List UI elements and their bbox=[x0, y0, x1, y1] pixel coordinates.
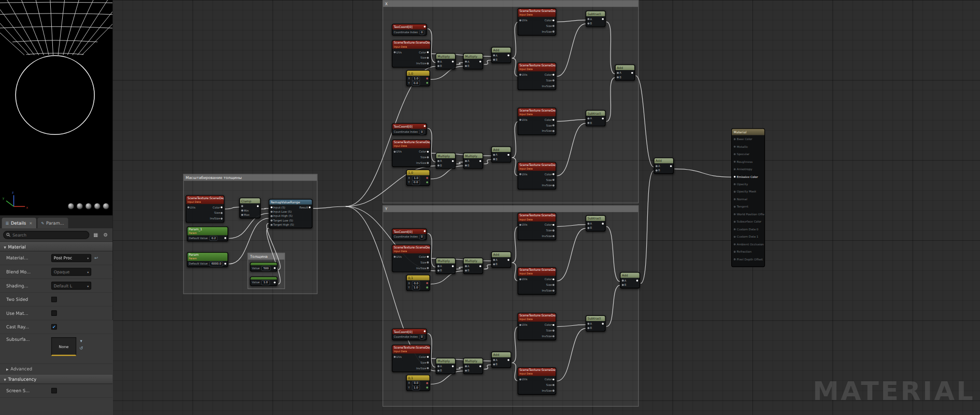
pin-uvs[interactable] bbox=[519, 379, 521, 381]
tab-param[interactable]: ✎Param... bbox=[37, 218, 68, 229]
pin-opacity-mask-icon[interactable] bbox=[734, 190, 736, 192]
node-add[interactable]: Add A B bbox=[620, 272, 640, 288]
pin-output[interactable] bbox=[257, 205, 259, 208]
pin-output[interactable] bbox=[507, 54, 509, 57]
pin-uvs[interactable] bbox=[519, 119, 521, 121]
pin-color[interactable] bbox=[552, 224, 555, 226]
pin-size[interactable] bbox=[427, 57, 429, 59]
pin-size[interactable] bbox=[427, 157, 429, 159]
search-input[interactable] bbox=[12, 232, 86, 238]
dropdown-shading[interactable]: Default L▾ bbox=[51, 282, 91, 290]
pin-color[interactable] bbox=[221, 206, 223, 209]
pin-invsize[interactable] bbox=[552, 335, 555, 337]
value[interactable]: 500 bbox=[262, 266, 271, 271]
node-multiply[interactable]: Multiply A B bbox=[436, 153, 456, 169]
node-constant[interactable]: Value 500 bbox=[250, 262, 277, 271]
pin-uvs[interactable] bbox=[519, 279, 521, 281]
coordinate-index-value[interactable]: 0 bbox=[419, 30, 425, 35]
pin-output[interactable] bbox=[424, 125, 426, 127]
pin-a[interactable] bbox=[493, 259, 495, 261]
pin-color[interactable] bbox=[552, 19, 555, 21]
pin-min[interactable] bbox=[242, 210, 244, 212]
node-subtract[interactable]: Subtract A B bbox=[586, 11, 606, 27]
node-texcoord-0[interactable]: TexCoord[0] Coordinate Index 0 bbox=[392, 24, 427, 36]
material-output-node[interactable]: MaterialBase ColorMetallicSpecularRoughn… bbox=[731, 128, 765, 267]
pin-uvs[interactable] bbox=[519, 19, 521, 21]
pin-custom-data-0-icon[interactable] bbox=[734, 228, 736, 230]
pin-output[interactable] bbox=[452, 365, 454, 367]
node-texcoord-0[interactable]: TexCoord[0] Coordinate Index 0 bbox=[392, 328, 427, 340]
settings-gear-icon[interactable]: ⚙ bbox=[102, 232, 109, 238]
node-scenetexture-scenedepth[interactable]: SceneTexture:SceneDepth Input Data UVs C… bbox=[518, 63, 557, 90]
pin-a[interactable] bbox=[656, 165, 658, 167]
close-icon[interactable]: ✕ bbox=[29, 221, 32, 225]
node-scenetexture-scenedepth[interactable]: SceneTexture:SceneDepth Input Data UVs C… bbox=[518, 267, 557, 295]
material-pin-opacity[interactable]: Opacity bbox=[732, 180, 764, 187]
pin-invsize[interactable] bbox=[427, 63, 429, 65]
pin-uvs[interactable] bbox=[519, 173, 521, 175]
default-value[interactable]: 6000.0 bbox=[209, 261, 223, 267]
pin-opacity-icon[interactable] bbox=[734, 183, 736, 185]
node-add[interactable]: Add A B bbox=[615, 64, 635, 80]
pin-a[interactable] bbox=[493, 54, 495, 57]
grid-view-icon[interactable]: ▦ bbox=[92, 232, 99, 238]
pin-invsize[interactable] bbox=[427, 367, 429, 369]
pin-output[interactable] bbox=[602, 323, 604, 325]
pin-output[interactable] bbox=[631, 72, 633, 74]
pin-color[interactable] bbox=[427, 51, 429, 53]
y-value[interactable]: 0.0 bbox=[411, 80, 420, 86]
pin-invsize[interactable] bbox=[552, 31, 555, 33]
material-pin-anisotropy[interactable]: Anisotropy bbox=[732, 165, 764, 172]
pin-b[interactable] bbox=[588, 22, 590, 24]
pin-b[interactable] bbox=[617, 76, 619, 78]
material-pin-custom-data-1[interactable]: Custom Data 1 bbox=[732, 233, 764, 240]
preview-shape-sphere[interactable] bbox=[76, 203, 83, 210]
pin-b[interactable] bbox=[493, 59, 495, 61]
pin-world-position-offset-icon[interactable] bbox=[734, 213, 736, 215]
node-scenetexture-scenedepth[interactable]: SceneTexture:SceneDepth Input Data UVs C… bbox=[518, 313, 557, 340]
node-param[interactable]: Param Param Default Value 6000.0 bbox=[187, 252, 229, 267]
pin-output[interactable] bbox=[670, 165, 672, 167]
pin-refraction-icon[interactable] bbox=[734, 251, 736, 253]
pin-size[interactable] bbox=[552, 25, 555, 27]
pin-size[interactable] bbox=[552, 79, 555, 81]
pin-a[interactable] bbox=[617, 72, 619, 74]
pin-r[interactable] bbox=[426, 78, 428, 80]
node-texcoord-0[interactable]: TexCoord[0] Coordinate Index 0 bbox=[392, 228, 427, 240]
node-add[interactable]: Add A B bbox=[491, 352, 512, 368]
pin-b[interactable] bbox=[437, 270, 439, 272]
pin-b[interactable] bbox=[465, 370, 467, 372]
pin-output[interactable] bbox=[424, 330, 426, 333]
node-constant2vector[interactable]: 1,0 X1.0 Y0.0 bbox=[406, 70, 430, 86]
pin-result[interactable] bbox=[309, 206, 311, 209]
pin-a[interactable] bbox=[465, 265, 467, 267]
pin-size[interactable] bbox=[552, 330, 555, 332]
pin-output[interactable] bbox=[479, 61, 481, 63]
material-pin-custom-data-0[interactable]: Custom Data 0 bbox=[732, 225, 764, 232]
node-scenetexture-scenedepth[interactable]: SceneTexture:SceneDepth Input Data UVs C… bbox=[186, 195, 224, 223]
material-pin-base-color[interactable]: Base Color bbox=[732, 135, 764, 142]
pin-b[interactable] bbox=[588, 327, 590, 329]
pin-g[interactable] bbox=[426, 386, 428, 389]
pin-subsurface-color-icon[interactable] bbox=[734, 220, 736, 223]
node-constant2vector[interactable]: 0,1 X0.0 Y1.0 bbox=[406, 274, 430, 290]
pin-r[interactable] bbox=[426, 282, 428, 284]
node-add[interactable]: Add A B bbox=[491, 252, 512, 268]
pin-ambient-occlusion-icon[interactable] bbox=[734, 243, 736, 245]
preview-viewport[interactable]: z x y bbox=[0, 0, 112, 216]
node-texcoord-0[interactable]: TexCoord[0] Coordinate Index 0 bbox=[392, 123, 427, 135]
pin-invsize[interactable] bbox=[552, 289, 555, 292]
pin-b[interactable] bbox=[588, 227, 590, 229]
pin-output[interactable] bbox=[424, 25, 426, 27]
pin-output[interactable] bbox=[479, 365, 481, 367]
pin-a[interactable] bbox=[465, 365, 467, 367]
preview-shape-mesh[interactable] bbox=[103, 203, 109, 210]
node-multiply[interactable]: Multiply A B bbox=[463, 153, 484, 169]
pin-g[interactable] bbox=[426, 286, 428, 288]
node-scenetexture-scenedepth[interactable]: SceneTexture:SceneDepth Input Data UVs C… bbox=[392, 245, 431, 272]
pin-b[interactable] bbox=[437, 370, 439, 372]
node-subtract[interactable]: Subtract A B bbox=[586, 110, 606, 126]
tab-details[interactable]: ☰Details✕ bbox=[2, 218, 36, 229]
y-value[interactable]: 1.0 bbox=[411, 385, 420, 390]
pin-tangent-icon[interactable] bbox=[734, 205, 736, 208]
